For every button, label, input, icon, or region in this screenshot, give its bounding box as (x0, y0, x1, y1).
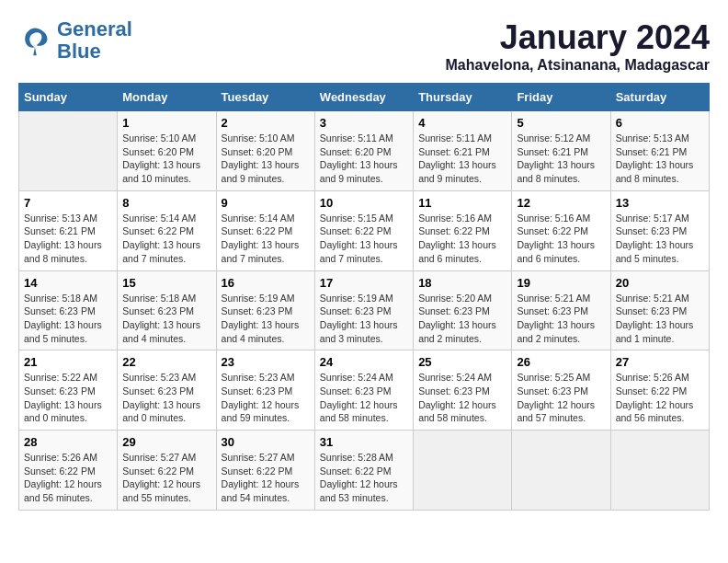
calendar-cell: 21Sunrise: 5:22 AMSunset: 6:23 PMDayligh… (19, 350, 118, 431)
day-content: Sunrise: 5:16 AMSunset: 6:22 PMDaylight:… (418, 212, 506, 266)
day-of-week-header: Monday (118, 84, 216, 111)
day-of-week-header: Friday (512, 84, 610, 111)
day-content: Sunrise: 5:13 AMSunset: 6:21 PMDaylight:… (616, 132, 704, 186)
day-number: 20 (616, 276, 704, 290)
calendar-cell: 13Sunrise: 5:17 AMSunset: 6:23 PMDayligh… (610, 190, 709, 270)
calendar-cell (19, 111, 118, 191)
day-content: Sunrise: 5:16 AMSunset: 6:22 PMDaylight:… (517, 212, 605, 266)
day-content: Sunrise: 5:24 AMSunset: 6:23 PMDaylight:… (418, 371, 506, 425)
calendar-cell: 14Sunrise: 5:18 AMSunset: 6:23 PMDayligh… (19, 270, 118, 350)
calendar-cell: 3Sunrise: 5:11 AMSunset: 6:20 PMDaylight… (314, 111, 413, 191)
calendar-cell: 2Sunrise: 5:10 AMSunset: 6:20 PMDaylight… (216, 111, 314, 191)
day-number: 7 (24, 196, 112, 210)
day-number: 31 (320, 435, 408, 449)
day-content: Sunrise: 5:28 AMSunset: 6:22 PMDaylight:… (320, 451, 408, 505)
day-number: 18 (418, 276, 506, 290)
calendar-cell: 26Sunrise: 5:25 AMSunset: 6:23 PMDayligh… (512, 350, 610, 431)
day-number: 29 (122, 435, 210, 449)
day-content: Sunrise: 5:19 AMSunset: 6:23 PMDaylight:… (222, 292, 310, 346)
calendar-week-row: 28Sunrise: 5:26 AMSunset: 6:22 PMDayligh… (19, 431, 710, 511)
day-number: 26 (517, 355, 605, 369)
calendar-cell: 5Sunrise: 5:12 AMSunset: 6:21 PMDaylight… (512, 111, 610, 191)
day-content: Sunrise: 5:18 AMSunset: 6:23 PMDaylight:… (24, 292, 112, 346)
day-content: Sunrise: 5:23 AMSunset: 6:23 PMDaylight:… (222, 371, 310, 425)
day-content: Sunrise: 5:26 AMSunset: 6:22 PMDaylight:… (24, 451, 112, 505)
calendar-cell: 6Sunrise: 5:13 AMSunset: 6:21 PMDaylight… (610, 111, 709, 191)
calendar-cell: 20Sunrise: 5:21 AMSunset: 6:23 PMDayligh… (610, 270, 709, 350)
day-content: Sunrise: 5:18 AMSunset: 6:23 PMDaylight:… (122, 292, 210, 346)
day-number: 12 (517, 196, 605, 210)
day-content: Sunrise: 5:11 AMSunset: 6:21 PMDaylight:… (418, 132, 506, 186)
calendar-cell: 30Sunrise: 5:27 AMSunset: 6:22 PMDayligh… (216, 431, 314, 511)
calendar-cell: 27Sunrise: 5:26 AMSunset: 6:22 PMDayligh… (610, 350, 709, 431)
logo-text: General Blue (57, 18, 132, 63)
day-content: Sunrise: 5:11 AMSunset: 6:20 PMDaylight:… (320, 132, 408, 186)
day-content: Sunrise: 5:21 AMSunset: 6:23 PMDaylight:… (517, 292, 605, 346)
day-number: 2 (222, 116, 310, 130)
day-number: 22 (122, 355, 210, 369)
title-block: January 2024 Mahavelona, Atsinanana, Mad… (445, 18, 710, 74)
day-number: 15 (122, 276, 210, 290)
calendar-cell: 12Sunrise: 5:16 AMSunset: 6:22 PMDayligh… (512, 190, 610, 270)
day-content: Sunrise: 5:15 AMSunset: 6:22 PMDaylight:… (320, 212, 408, 266)
day-content: Sunrise: 5:13 AMSunset: 6:21 PMDaylight:… (24, 212, 112, 266)
calendar-cell (610, 431, 709, 511)
calendar-cell: 28Sunrise: 5:26 AMSunset: 6:22 PMDayligh… (19, 431, 118, 511)
day-number: 6 (616, 116, 704, 130)
calendar-cell: 31Sunrise: 5:28 AMSunset: 6:22 PMDayligh… (314, 431, 413, 511)
day-number: 27 (616, 355, 704, 369)
calendar-week-row: 7Sunrise: 5:13 AMSunset: 6:21 PMDaylight… (19, 190, 710, 270)
day-number: 19 (517, 276, 605, 290)
day-content: Sunrise: 5:14 AMSunset: 6:22 PMDaylight:… (122, 212, 210, 266)
calendar-cell: 4Sunrise: 5:11 AMSunset: 6:21 PMDaylight… (414, 111, 512, 191)
day-number: 25 (418, 355, 506, 369)
calendar-cell: 29Sunrise: 5:27 AMSunset: 6:22 PMDayligh… (118, 431, 216, 511)
day-content: Sunrise: 5:23 AMSunset: 6:23 PMDaylight:… (122, 371, 210, 425)
calendar-body: 1Sunrise: 5:10 AMSunset: 6:20 PMDaylight… (19, 111, 710, 511)
calendar-cell: 22Sunrise: 5:23 AMSunset: 6:23 PMDayligh… (118, 350, 216, 431)
day-of-week-header: Sunday (19, 84, 118, 111)
day-content: Sunrise: 5:27 AMSunset: 6:22 PMDaylight:… (222, 451, 310, 505)
month-title: January 2024 (445, 18, 710, 57)
day-number: 1 (122, 116, 210, 130)
day-content: Sunrise: 5:17 AMSunset: 6:23 PMDaylight:… (616, 212, 704, 266)
calendar-header: SundayMondayTuesdayWednesdayThursdayFrid… (19, 84, 710, 111)
day-content: Sunrise: 5:25 AMSunset: 6:23 PMDaylight:… (517, 371, 605, 425)
day-number: 3 (320, 116, 408, 130)
day-content: Sunrise: 5:12 AMSunset: 6:21 PMDaylight:… (517, 132, 605, 186)
calendar-cell: 25Sunrise: 5:24 AMSunset: 6:23 PMDayligh… (414, 350, 512, 431)
day-content: Sunrise: 5:14 AMSunset: 6:22 PMDaylight:… (222, 212, 310, 266)
day-content: Sunrise: 5:27 AMSunset: 6:22 PMDaylight:… (122, 451, 210, 505)
day-content: Sunrise: 5:10 AMSunset: 6:20 PMDaylight:… (222, 132, 310, 186)
calendar-cell: 17Sunrise: 5:19 AMSunset: 6:23 PMDayligh… (314, 270, 413, 350)
calendar-cell: 19Sunrise: 5:21 AMSunset: 6:23 PMDayligh… (512, 270, 610, 350)
calendar-cell: 8Sunrise: 5:14 AMSunset: 6:22 PMDaylight… (118, 190, 216, 270)
day-number: 21 (24, 355, 112, 369)
calendar-cell: 11Sunrise: 5:16 AMSunset: 6:22 PMDayligh… (414, 190, 512, 270)
calendar-cell: 1Sunrise: 5:10 AMSunset: 6:20 PMDaylight… (118, 111, 216, 191)
day-number: 13 (616, 196, 704, 210)
logo-icon (18, 24, 51, 57)
day-number: 17 (320, 276, 408, 290)
day-number: 8 (122, 196, 210, 210)
day-of-week-header: Wednesday (314, 84, 413, 111)
day-number: 4 (418, 116, 506, 130)
day-content: Sunrise: 5:26 AMSunset: 6:22 PMDaylight:… (616, 371, 704, 425)
calendar-cell: 9Sunrise: 5:14 AMSunset: 6:22 PMDaylight… (216, 190, 314, 270)
day-number: 30 (222, 435, 310, 449)
day-number: 16 (222, 276, 310, 290)
day-content: Sunrise: 5:10 AMSunset: 6:20 PMDaylight:… (122, 132, 210, 186)
day-number: 10 (320, 196, 408, 210)
calendar-cell: 18Sunrise: 5:20 AMSunset: 6:23 PMDayligh… (414, 270, 512, 350)
calendar-week-row: 1Sunrise: 5:10 AMSunset: 6:20 PMDaylight… (19, 111, 710, 191)
calendar-cell (414, 431, 512, 511)
calendar-cell: 7Sunrise: 5:13 AMSunset: 6:21 PMDaylight… (19, 190, 118, 270)
calendar-cell: 23Sunrise: 5:23 AMSunset: 6:23 PMDayligh… (216, 350, 314, 431)
calendar-cell: 24Sunrise: 5:24 AMSunset: 6:23 PMDayligh… (314, 350, 413, 431)
day-content: Sunrise: 5:24 AMSunset: 6:23 PMDaylight:… (320, 371, 408, 425)
day-of-week-header: Tuesday (216, 84, 314, 111)
day-number: 5 (517, 116, 605, 130)
page-header: General Blue January 2024 Mahavelona, At… (18, 18, 710, 74)
calendar-cell: 15Sunrise: 5:18 AMSunset: 6:23 PMDayligh… (118, 270, 216, 350)
calendar-week-row: 14Sunrise: 5:18 AMSunset: 6:23 PMDayligh… (19, 270, 710, 350)
